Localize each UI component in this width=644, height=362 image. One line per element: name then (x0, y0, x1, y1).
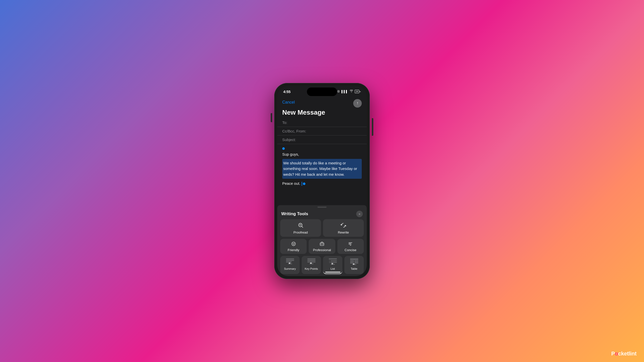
page-title: New Message (277, 109, 367, 118)
phone-frame: 4:55 ▲ ⦿ ▌▌▌ 28 % (274, 83, 370, 279)
battery-icon: 28 % (355, 90, 361, 93)
svg-rect-21 (329, 258, 337, 259)
subject-field[interactable]: Subject: (277, 135, 367, 144)
svg-rect-20 (309, 263, 313, 264)
svg-rect-14 (286, 260, 294, 261)
subject-label: Subject: (282, 138, 302, 142)
svg-rect-28 (350, 260, 354, 262)
svg-point-22 (329, 261, 330, 261)
svg-point-24 (329, 262, 330, 263)
drag-handle (317, 207, 327, 208)
cc-label: Cc/Bcc, From: (282, 129, 306, 133)
concise-label: Concise (345, 248, 356, 252)
svg-rect-27 (350, 258, 358, 260)
list-label: List (331, 267, 335, 270)
proofread-icon (298, 222, 304, 229)
professional-label: Professional (313, 248, 331, 252)
body-highlight-block: We should totally do like a meeting or s… (282, 159, 362, 179)
close-icon: × (358, 212, 360, 216)
svg-rect-26 (331, 264, 335, 265)
key-points-icon (307, 258, 316, 266)
cursor-dot-top (282, 147, 285, 150)
to-field[interactable]: To: (277, 118, 367, 127)
key-points-label: Key Points (305, 267, 318, 270)
professional-button[interactable]: Professional (309, 239, 335, 254)
list-button[interactable]: List (323, 256, 342, 274)
proofread-label: Proofread (293, 231, 308, 234)
svg-rect-18 (307, 260, 315, 261)
writing-tools-title: Writing Tools (281, 211, 308, 216)
rewrite-button[interactable]: Rewrite (323, 219, 364, 237)
cursor-top (282, 146, 362, 151)
svg-rect-25 (331, 262, 337, 263)
table-button[interactable]: Table (344, 256, 364, 274)
tools-row-2: Friendly Professional (280, 239, 364, 254)
concise-icon (348, 241, 353, 247)
svg-point-5 (292, 242, 295, 246)
svg-rect-15 (286, 261, 292, 262)
active-tab-indicator (325, 272, 340, 273)
svg-rect-13 (286, 258, 294, 259)
body-closing: Peace out. (282, 181, 362, 187)
rewrite-label: Rewrite (338, 231, 349, 234)
phone-screen: 4:55 ▲ ⦿ ▌▌▌ 28 % (277, 86, 367, 276)
send-button[interactable]: ↑ (353, 99, 362, 108)
table-label: Table (351, 267, 357, 270)
body-greeting: Sup guys, (282, 152, 362, 157)
email-compose: Cancel ↑ New Message To: Cc/Bcc, From: S… (277, 97, 367, 276)
list-icon (328, 258, 337, 266)
text-cursor (302, 182, 302, 186)
tools-row-3: Summary (280, 256, 364, 274)
cursor-handle-bottom (303, 183, 305, 185)
svg-line-1 (302, 227, 303, 228)
concise-button[interactable]: Concise (337, 239, 364, 254)
close-writing-tools-button[interactable]: × (356, 211, 363, 217)
watermark: Pocketlint (611, 350, 636, 357)
friendly-button[interactable]: Friendly (280, 239, 307, 254)
status-icons: ▲ ⦿ ▌▌▌ 28 % (333, 90, 361, 93)
rewrite-icon (340, 222, 346, 229)
svg-line-4 (301, 224, 301, 225)
wifi-icon (350, 90, 353, 93)
email-body[interactable]: Sup guys, We should totally do like a me… (277, 144, 367, 205)
to-label: To: (282, 120, 302, 125)
svg-rect-23 (331, 260, 337, 261)
writing-tools-panel: Writing Tools × (277, 205, 367, 276)
summary-label: Summary (284, 267, 296, 270)
dynamic-island (307, 87, 337, 96)
friendly-label: Friendly (288, 248, 299, 252)
cc-field[interactable]: Cc/Bcc, From: (277, 127, 367, 135)
svg-rect-31 (354, 262, 358, 263)
cancel-button[interactable]: Cancel (282, 99, 295, 106)
summary-icon (286, 258, 295, 266)
friendly-icon (291, 241, 296, 247)
status-time: 4:55 (283, 89, 291, 94)
svg-rect-29 (354, 260, 358, 262)
send-arrow-icon: ↑ (356, 101, 358, 105)
key-points-button[interactable]: Key Points (302, 256, 321, 274)
writing-tools-header: Writing Tools × (280, 208, 364, 219)
email-header: Cancel ↑ (277, 97, 367, 109)
svg-point-6 (293, 243, 293, 244)
svg-point-0 (299, 223, 302, 227)
body-main-text: We should totally do like a meeting or s… (283, 161, 357, 176)
summary-button[interactable]: Summary (280, 256, 300, 274)
svg-point-7 (294, 243, 294, 244)
signal-icon: ▌▌▌ (341, 90, 348, 93)
svg-rect-17 (307, 258, 315, 259)
svg-rect-16 (288, 263, 292, 264)
svg-rect-19 (307, 261, 315, 262)
table-icon (350, 258, 359, 266)
professional-icon (319, 241, 325, 247)
microphone-icon: ⦿ (337, 90, 340, 93)
svg-rect-30 (350, 262, 354, 263)
tools-row-1: Proofread Rewrite (280, 219, 364, 237)
proofread-button[interactable]: Proofread (280, 219, 321, 237)
svg-line-3 (300, 224, 300, 225)
